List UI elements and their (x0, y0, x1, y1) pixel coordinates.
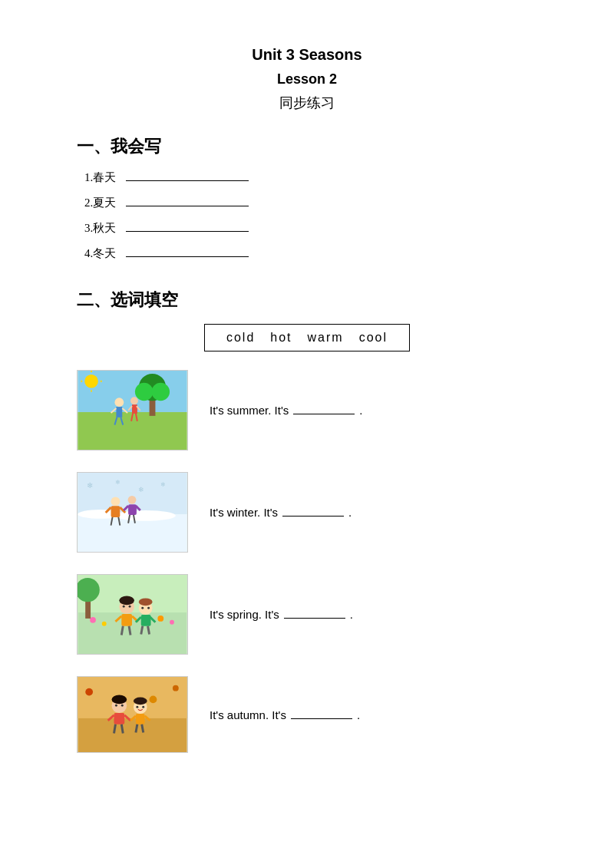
word-hot: hot (270, 331, 292, 345)
subtitle: 同步练习 (77, 94, 537, 112)
autumn-scene-image (77, 676, 188, 753)
list-item: 2.夏天 (84, 196, 537, 210)
svg-point-48 (170, 620, 174, 625)
spring-sentence: It's spring. It's . (210, 608, 353, 621)
winter-period: . (348, 506, 352, 519)
fill-item-autumn: It's autumn. It's . (77, 676, 537, 753)
word-warm: warm (308, 331, 344, 345)
list-item: 3.秋天 (84, 221, 537, 236)
svg-line-58 (121, 626, 123, 635)
svg-point-53 (123, 606, 125, 608)
autumn-text: It's autumn. It's (210, 708, 286, 721)
summer-sentence: It's summer. It's . (210, 404, 362, 417)
svg-rect-12 (116, 407, 122, 417)
svg-text:❄: ❄ (87, 481, 93, 490)
svg-point-37 (128, 496, 137, 504)
item2-label: 2.夏天 (84, 196, 123, 210)
svg-text:❄: ❄ (115, 479, 120, 486)
svg-point-76 (115, 705, 117, 707)
svg-rect-38 (128, 504, 137, 515)
list-item: 4.冬天 (84, 246, 537, 261)
svg-point-46 (102, 622, 107, 626)
svg-point-47 (157, 616, 163, 622)
summer-text: It's summer. It's (210, 404, 289, 417)
section-fill: 二、选词填空 cold hot warm cool (77, 289, 537, 753)
summer-scene-image (77, 370, 188, 451)
item1-label: 1.春天 (84, 170, 123, 185)
svg-point-62 (141, 607, 144, 609)
svg-point-73 (150, 696, 157, 704)
svg-point-75 (112, 695, 127, 705)
svg-point-11 (114, 398, 124, 407)
fill-item-spring: It's spring. It's . (77, 574, 537, 655)
summer-blank (293, 414, 355, 414)
write-list: 1.春天 2.夏天 3.秋天 4.冬天 (77, 170, 537, 261)
svg-rect-64 (141, 615, 151, 626)
svg-line-81 (114, 724, 115, 734)
fill-item-summer: It's summer. It's . (77, 370, 537, 451)
svg-point-72 (173, 685, 179, 691)
item1-line (126, 180, 249, 181)
svg-point-9 (135, 383, 154, 401)
spring-scene-image (77, 574, 188, 655)
unit-title: Unit 3 Seasons (77, 46, 537, 64)
word-box: cold hot warm cool (204, 324, 410, 351)
summer-period: . (359, 404, 362, 417)
svg-line-82 (121, 724, 123, 734)
svg-text:❄: ❄ (138, 486, 144, 493)
fill-section: It's summer. It's . ❄ ❄ ❄ (77, 370, 537, 753)
item4-line (126, 256, 249, 257)
spring-blank (284, 618, 345, 619)
svg-text:❄: ❄ (160, 481, 166, 488)
svg-rect-55 (121, 614, 132, 626)
svg-point-77 (121, 705, 124, 707)
word-box-wrapper: cold hot warm cool (77, 324, 537, 351)
list-item: 1.春天 (84, 170, 537, 185)
item3-line (126, 231, 249, 232)
svg-rect-70 (78, 677, 187, 718)
winter-sentence: It's winter. It's . (210, 506, 352, 519)
winter-blank (282, 516, 344, 517)
section-write: 一、我会写 1.春天 2.夏天 3.秋天 4.冬天 (77, 135, 537, 261)
svg-line-91 (142, 724, 144, 733)
winter-text: It's winter. It's (210, 506, 278, 519)
svg-rect-87 (136, 714, 145, 724)
spring-period: . (350, 608, 353, 621)
autumn-sentence: It's autumn. It's . (210, 708, 360, 721)
word-cold: cold (226, 331, 255, 345)
svg-rect-18 (132, 404, 137, 414)
svg-rect-78 (114, 713, 124, 724)
spring-text: It's spring. It's (210, 608, 279, 621)
item3-label: 3.秋天 (84, 221, 123, 236)
svg-rect-32 (111, 506, 120, 517)
svg-point-2 (84, 375, 98, 388)
svg-point-71 (85, 688, 93, 696)
svg-point-31 (111, 497, 120, 506)
svg-point-54 (129, 606, 131, 608)
autumn-blank (291, 718, 352, 719)
autumn-period: . (357, 708, 360, 721)
winter-scene-image: ❄ ❄ ❄ ❄ (77, 472, 188, 553)
fill-item-winter: ❄ ❄ ❄ ❄ (77, 472, 537, 553)
svg-point-63 (147, 607, 150, 609)
item2-line (126, 206, 249, 206)
svg-point-61 (139, 598, 153, 606)
section1-title: 一、我会写 (77, 135, 537, 158)
svg-line-90 (136, 724, 137, 733)
item4-label: 4.冬天 (84, 246, 123, 261)
page-header: Unit 3 Seasons Lesson 2 同步练习 (77, 46, 537, 112)
svg-point-10 (152, 383, 170, 401)
svg-line-59 (129, 626, 130, 635)
section2-title: 二、选词填空 (77, 289, 537, 312)
lesson-title: Lesson 2 (77, 71, 537, 87)
svg-line-68 (148, 626, 150, 635)
svg-point-45 (90, 617, 96, 623)
svg-line-67 (141, 626, 143, 635)
svg-point-52 (119, 596, 134, 605)
svg-point-84 (134, 697, 147, 705)
word-cool: cool (359, 331, 388, 345)
svg-point-85 (136, 706, 138, 708)
svg-point-17 (130, 397, 138, 404)
svg-point-86 (142, 706, 144, 708)
